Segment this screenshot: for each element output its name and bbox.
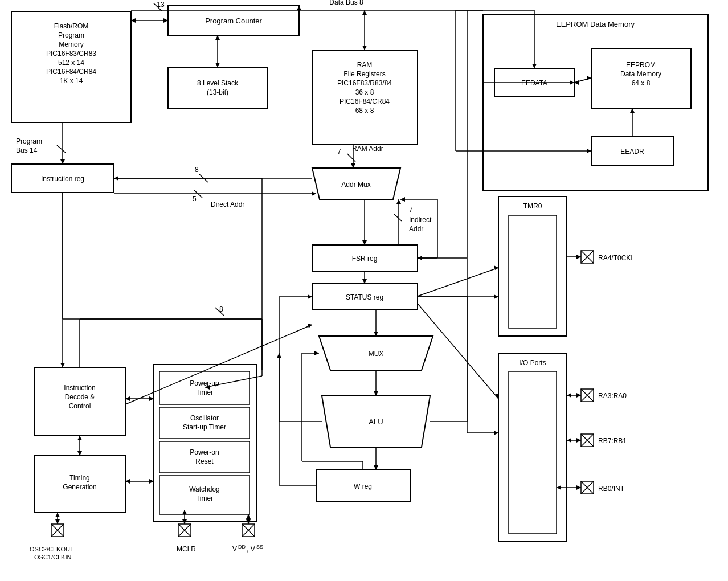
svg-text:MUX: MUX bbox=[369, 350, 384, 358]
svg-text:RAM Addr: RAM Addr bbox=[352, 145, 383, 153]
svg-text:8 Level Stack: 8 Level Stack bbox=[197, 79, 239, 87]
svg-text:8: 8 bbox=[195, 166, 199, 174]
svg-text:68 x 8: 68 x 8 bbox=[355, 107, 374, 114]
svg-text:7: 7 bbox=[409, 206, 413, 214]
svg-text:Bus 14: Bus 14 bbox=[16, 146, 38, 154]
svg-text:EEADR: EEADR bbox=[620, 148, 644, 156]
svg-text:PIC16F84/CR84: PIC16F84/CR84 bbox=[46, 68, 96, 76]
svg-text:RB7:RB1: RB7:RB1 bbox=[598, 437, 627, 445]
svg-text:Direct Addr: Direct Addr bbox=[211, 201, 244, 208]
svg-text:PIC16F83/R83/84: PIC16F83/R83/84 bbox=[337, 79, 392, 87]
svg-text:Power-up: Power-up bbox=[190, 379, 219, 387]
svg-text:PIC16F84/CR84: PIC16F84/CR84 bbox=[340, 97, 390, 105]
svg-text:Program: Program bbox=[16, 137, 42, 145]
svg-text:Timer: Timer bbox=[196, 494, 213, 502]
svg-text:Indirect: Indirect bbox=[409, 216, 432, 224]
svg-text:Instruction reg: Instruction reg bbox=[41, 175, 84, 183]
svg-text:(13-bit): (13-bit) bbox=[207, 88, 228, 96]
svg-text:512 x 14: 512 x 14 bbox=[58, 59, 84, 67]
svg-text:TMR0: TMR0 bbox=[523, 202, 542, 210]
svg-rect-67 bbox=[509, 215, 557, 328]
svg-text:7: 7 bbox=[337, 148, 341, 156]
svg-text:Addr: Addr bbox=[409, 225, 423, 233]
svg-text:Program: Program bbox=[58, 31, 84, 39]
svg-text:FSR reg: FSR reg bbox=[352, 255, 378, 263]
svg-text:64 x 8: 64 x 8 bbox=[632, 79, 651, 87]
svg-text:Reset: Reset bbox=[195, 457, 214, 465]
svg-rect-59 bbox=[591, 48, 691, 108]
svg-text:RB0/INT: RB0/INT bbox=[598, 485, 625, 493]
svg-text:Instruction: Instruction bbox=[64, 384, 95, 392]
svg-text:DD: DD bbox=[238, 544, 246, 550]
svg-text:Data Memory: Data Memory bbox=[620, 70, 661, 78]
svg-rect-11 bbox=[168, 67, 268, 108]
svg-text:Timing: Timing bbox=[69, 474, 90, 482]
svg-text:Decode &: Decode & bbox=[65, 393, 95, 401]
svg-text:V: V bbox=[232, 545, 237, 553]
svg-text:SS: SS bbox=[256, 544, 263, 550]
svg-rect-70 bbox=[509, 371, 557, 534]
svg-text:, V: , V bbox=[247, 545, 255, 553]
svg-text:W reg: W reg bbox=[354, 482, 372, 490]
svg-text:Start-up Timer: Start-up Timer bbox=[183, 423, 226, 431]
svg-text:Control: Control bbox=[69, 402, 91, 410]
svg-text:36 x 8: 36 x 8 bbox=[355, 88, 374, 96]
block-diagram: Flash/ROM Program Memory PIC16F83/CR83 5… bbox=[0, 0, 728, 581]
svg-rect-43 bbox=[159, 371, 250, 404]
svg-text:Power-on: Power-on bbox=[190, 448, 219, 456]
svg-text:RAM: RAM bbox=[357, 61, 373, 69]
svg-text:EEDATA: EEDATA bbox=[521, 79, 547, 87]
svg-text:MCLR: MCLR bbox=[177, 545, 196, 553]
svg-text:Data Bus 8: Data Bus 8 bbox=[329, 0, 363, 6]
svg-text:PIC16F83/CR83: PIC16F83/CR83 bbox=[46, 50, 96, 58]
svg-rect-35 bbox=[34, 367, 125, 436]
svg-text:Oscillator: Oscillator bbox=[190, 414, 219, 422]
svg-text:OSC1/CLKIN: OSC1/CLKIN bbox=[34, 554, 71, 560]
svg-text:RA4/T0CKI: RA4/T0CKI bbox=[598, 254, 633, 262]
svg-text:ALU: ALU bbox=[369, 418, 383, 426]
svg-text:Watchdog: Watchdog bbox=[189, 485, 220, 493]
svg-text:Memory: Memory bbox=[59, 40, 83, 48]
svg-text:5: 5 bbox=[193, 195, 197, 203]
svg-text:1K x 14: 1K x 14 bbox=[60, 77, 83, 85]
svg-text:Addr Mux: Addr Mux bbox=[341, 181, 370, 189]
diagram-svg: Flash/ROM Program Memory PIC16F83/CR83 5… bbox=[0, 0, 728, 581]
svg-text:EEPROM Data Memory: EEPROM Data Memory bbox=[556, 20, 635, 28]
svg-text:Program Counter: Program Counter bbox=[205, 17, 262, 25]
svg-text:EEPROM: EEPROM bbox=[626, 61, 656, 69]
svg-text:Timer: Timer bbox=[196, 388, 213, 396]
svg-text:I/O Ports: I/O Ports bbox=[519, 359, 546, 367]
svg-text:RA3:RA0: RA3:RA0 bbox=[598, 392, 627, 400]
svg-text:Generation: Generation bbox=[63, 483, 96, 491]
svg-text:OSC2/CLKOUT: OSC2/CLKOUT bbox=[30, 546, 74, 553]
svg-text:STATUS reg: STATUS reg bbox=[346, 293, 383, 301]
svg-text:Flash/ROM: Flash/ROM bbox=[54, 22, 89, 30]
svg-text:File Registers: File Registers bbox=[343, 70, 385, 78]
